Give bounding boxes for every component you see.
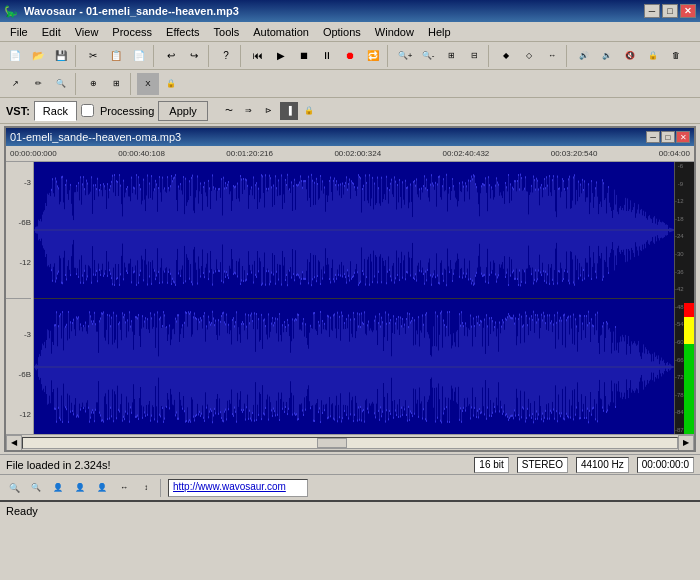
zoom-sel-btn[interactable]: 👤 bbox=[48, 478, 68, 498]
horiz-scroll-btn[interactable]: ↔ bbox=[114, 478, 134, 498]
app-icon: 🦕 bbox=[4, 5, 18, 18]
grid-button[interactable]: ⊞ bbox=[105, 73, 127, 95]
timeline-markers: 00:00:00:000 00:00:40:108 00:01:20:216 0… bbox=[10, 149, 690, 158]
channel-btn[interactable]: X bbox=[137, 73, 159, 95]
db-12-top: -12 bbox=[19, 258, 31, 267]
zoom-fit-btn[interactable]: 👤 bbox=[92, 478, 112, 498]
scroll-left-arrow[interactable]: ◀ bbox=[6, 435, 22, 451]
stop-button[interactable]: ⏹ bbox=[293, 45, 315, 67]
rack-icon-3[interactable]: ⊳ bbox=[260, 102, 278, 120]
rewind-button[interactable]: ⏮ bbox=[247, 45, 269, 67]
waveform-canvas-left bbox=[34, 162, 674, 298]
menu-process[interactable]: Process bbox=[106, 24, 158, 40]
zoom-out-btn[interactable]: 🔍 bbox=[26, 478, 46, 498]
processing-checkbox[interactable] bbox=[81, 104, 94, 117]
toolbar-2: ↗ ✏ 🔍 ⊕ ⊞ X 🔒 bbox=[0, 70, 700, 98]
rack-icon-2[interactable]: ⇒ bbox=[240, 102, 258, 120]
waveform-titlebar: 01-emeli_sande--heaven-oma.mp3 ─ □ ✕ bbox=[6, 128, 694, 146]
rack-icon-4[interactable]: ▐ bbox=[280, 102, 298, 120]
mute-button[interactable]: 🔇 bbox=[619, 45, 641, 67]
help-button[interactable]: ? bbox=[215, 45, 237, 67]
vol-up-button[interactable]: 🔊 bbox=[573, 45, 595, 67]
menu-automation[interactable]: Automation bbox=[247, 24, 315, 40]
timeline: 00:00:00:000 00:00:40:108 00:01:20:216 0… bbox=[6, 146, 694, 162]
scrollbar-track[interactable] bbox=[22, 437, 678, 449]
apply-button[interactable]: Apply bbox=[158, 101, 208, 121]
open-button[interactable]: 📂 bbox=[27, 45, 49, 67]
time-4: 00:02:40:432 bbox=[443, 149, 490, 158]
play-button[interactable]: ▶ bbox=[270, 45, 292, 67]
bit-depth-display: 16 bit bbox=[474, 457, 508, 473]
scrollbar[interactable]: ◀ ▶ bbox=[6, 434, 694, 450]
channel-left[interactable] bbox=[34, 162, 674, 299]
zoom-all-button[interactable]: ⊟ bbox=[463, 45, 485, 67]
waveform-display[interactable]: -3 -6B -12 -3 -6B -12 bbox=[6, 162, 694, 434]
marker-button[interactable]: ◆ bbox=[495, 45, 517, 67]
db-6b-top: -6B bbox=[19, 218, 31, 227]
menu-tools[interactable]: Tools bbox=[208, 24, 246, 40]
loop-button[interactable]: 🔁 bbox=[362, 45, 384, 67]
vu-scale-text: -6-9-12-18 -24-30-36-42 -48-54-60-66 -72… bbox=[675, 162, 683, 434]
zoom-sel-button[interactable]: ⊞ bbox=[440, 45, 462, 67]
menu-help[interactable]: Help bbox=[422, 24, 457, 40]
load-status: File loaded in 2.324s! bbox=[6, 459, 111, 471]
menu-effects[interactable]: Effects bbox=[160, 24, 205, 40]
vol-down-button[interactable]: 🔉 bbox=[596, 45, 618, 67]
vert-scroll-btn[interactable]: ↕ bbox=[136, 478, 156, 498]
minimize-button[interactable]: ─ bbox=[644, 4, 660, 18]
lock2-button[interactable]: 🔒 bbox=[160, 73, 182, 95]
vu-bar-green bbox=[684, 344, 694, 434]
maximize-button[interactable]: □ bbox=[662, 4, 678, 18]
wf-close[interactable]: ✕ bbox=[676, 131, 690, 143]
wf-minimize[interactable]: ─ bbox=[646, 131, 660, 143]
menu-view[interactable]: View bbox=[69, 24, 105, 40]
redo-button[interactable]: ↪ bbox=[183, 45, 205, 67]
pause-button[interactable]: ⏸ bbox=[316, 45, 338, 67]
new-button[interactable]: 📄 bbox=[4, 45, 26, 67]
record-button[interactable]: ⏺ bbox=[339, 45, 361, 67]
paste-button[interactable]: 📄 bbox=[128, 45, 150, 67]
close-button[interactable]: ✕ bbox=[680, 4, 696, 18]
menu-options[interactable]: Options bbox=[317, 24, 367, 40]
scrollbar-thumb[interactable] bbox=[317, 438, 347, 448]
menu-window[interactable]: Window bbox=[369, 24, 420, 40]
bottom-toolbar: 🔍 🔍 👤 👤 👤 ↔ ↕ http://www.wavosaur.com bbox=[0, 474, 700, 500]
waveform-window: 01-emeli_sande--heaven-oma.mp3 ─ □ ✕ 00:… bbox=[4, 126, 696, 452]
draw-tool[interactable]: ✏ bbox=[27, 73, 49, 95]
zoom-out-button[interactable]: 🔍- bbox=[417, 45, 439, 67]
scroll-right-arrow[interactable]: ▶ bbox=[678, 435, 694, 451]
channel-right[interactable] bbox=[34, 299, 674, 435]
rack-icon-1[interactable]: 〜 bbox=[220, 102, 238, 120]
ready-bar: Ready bbox=[0, 500, 700, 520]
snap-button[interactable]: ⊕ bbox=[82, 73, 104, 95]
menu-file[interactable]: File bbox=[4, 24, 34, 40]
rack-icon-5[interactable]: 🔒 bbox=[300, 102, 318, 120]
zoom-in-button[interactable]: 🔍+ bbox=[394, 45, 416, 67]
zoom-all-btn[interactable]: 👤 bbox=[70, 478, 90, 498]
lock-button[interactable]: 🔒 bbox=[642, 45, 664, 67]
trash-button[interactable]: 🗑 bbox=[665, 45, 687, 67]
copy-button[interactable]: 📋 bbox=[105, 45, 127, 67]
cut-button[interactable]: ✂ bbox=[82, 45, 104, 67]
zoom-tool[interactable]: 🔍 bbox=[50, 73, 72, 95]
marker3-button[interactable]: ↔ bbox=[541, 45, 563, 67]
vu-bar-red bbox=[684, 303, 694, 317]
rack-button[interactable]: Rack bbox=[34, 101, 77, 121]
select-tool[interactable]: ↗ bbox=[4, 73, 26, 95]
sep1 bbox=[75, 45, 79, 67]
db-6b-bot: -6B bbox=[19, 370, 31, 379]
menu-bar: File Edit View Process Effects Tools Aut… bbox=[0, 22, 700, 42]
duration-display: 00:00:00:0 bbox=[637, 457, 694, 473]
vu-bar bbox=[684, 162, 694, 434]
channels-container bbox=[34, 162, 674, 434]
sep2 bbox=[153, 45, 157, 67]
url-link[interactable]: http://www.wavosaur.com bbox=[168, 479, 308, 497]
save-button[interactable]: 💾 bbox=[50, 45, 72, 67]
undo-button[interactable]: ↩ bbox=[160, 45, 182, 67]
menu-edit[interactable]: Edit bbox=[36, 24, 67, 40]
waveform-canvas-right bbox=[34, 299, 674, 435]
sep9 bbox=[130, 73, 134, 95]
zoom-in-btn[interactable]: 🔍 bbox=[4, 478, 24, 498]
wf-maximize[interactable]: □ bbox=[661, 131, 675, 143]
marker2-button[interactable]: ◇ bbox=[518, 45, 540, 67]
